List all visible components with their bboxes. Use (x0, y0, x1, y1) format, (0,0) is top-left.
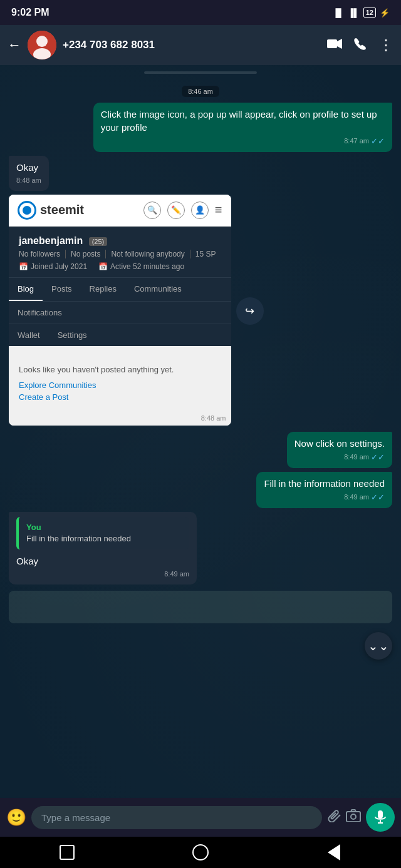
chat-body: 8:46 am Click the image icon, a pop up w… (0, 65, 401, 798)
input-bar: 🙂 (0, 798, 401, 837)
message-row: Okay 8:48 am (9, 156, 392, 190)
steemit-content-area: Looks like you haven't posted anything y… (9, 346, 231, 412)
quoted-author: You (26, 522, 182, 533)
header-actions: ⋮ (327, 36, 393, 54)
steemit-card-row: steemit 🔍 ✏️ 👤 ≡ janebenjamin (25) (9, 195, 392, 428)
following-stat: Not following anybody (111, 250, 190, 258)
message-text: Okay (16, 162, 38, 173)
attach-button[interactable] (327, 809, 341, 826)
emoji-button[interactable]: 🙂 (6, 808, 26, 827)
message-time: 8:48 am (16, 176, 41, 185)
status-icons: ▐▌ ▐▌ 12 ⚡ (333, 8, 390, 18)
message-bubble-quoted: You Fill in the information needed Okay … (9, 512, 197, 585)
steemit-wallet-nav: Wallet Settings (9, 324, 231, 346)
steemit-logo: steemit (18, 201, 138, 220)
steemit-logo-icon (18, 201, 36, 220)
svg-rect-7 (378, 810, 383, 819)
svg-rect-5 (346, 812, 360, 822)
active-time: 📅 Active 52 minutes ago (98, 262, 184, 271)
explore-communities-link[interactable]: Explore Communities (19, 380, 221, 390)
contact-avatar[interactable] (28, 31, 56, 59)
chat-header: ← +234 703 682 8031 ⋮ (0, 25, 401, 65)
message-row: Now click on settings. 8:49 am ✓✓ (9, 432, 392, 468)
profile-dates: 📅 Joined July 2021 📅 Active 52 minutes a… (19, 262, 221, 271)
wifi-icon: ▐▌ (348, 8, 359, 18)
message-time: 8:49 am (344, 452, 369, 462)
svg-marker-4 (337, 39, 342, 49)
profile-name-row: janebenjamin (25) (19, 235, 221, 247)
message-time: 8:49 am (344, 493, 369, 502)
nav-notifications[interactable]: Notifications (9, 302, 71, 324)
nav-wallet[interactable]: Wallet (9, 324, 49, 346)
message-bubble: Okay 8:48 am (9, 156, 49, 190)
battery-indicator: 12 (363, 8, 376, 18)
create-post-link[interactable]: Create a Post (19, 392, 221, 402)
camera-button[interactable] (346, 809, 361, 825)
read-receipt: ✓✓ (371, 136, 385, 147)
nav-recents-button[interactable] (56, 841, 78, 864)
signal-icon: ▐▌ (333, 8, 344, 18)
steemit-secondary-nav: Notifications (9, 301, 231, 324)
message-row-quoted: You Fill in the information needed Okay … (9, 512, 392, 585)
steemit-menu-icon[interactable]: ≡ (215, 203, 222, 217)
video-call-button[interactable] (327, 38, 342, 53)
steemit-tab-nav: Blog Posts Replies Communities (9, 277, 231, 301)
profile-username: janebenjamin (19, 235, 83, 246)
steemit-links: Explore Communities Create a Post (19, 380, 221, 402)
status-time: 9:02 PM (11, 7, 49, 18)
back-button[interactable]: ← (8, 37, 21, 53)
no-posts-text: Looks like you haven't posted anything y… (19, 365, 174, 374)
more-options-button[interactable]: ⋮ (378, 36, 393, 54)
steemit-card: steemit 🔍 ✏️ 👤 ≡ janebenjamin (25) (9, 195, 231, 426)
charging-icon: ⚡ (380, 8, 390, 18)
steemit-nav-icons: 🔍 ✏️ 👤 ≡ (143, 202, 222, 219)
tab-replies[interactable]: Replies (81, 278, 125, 301)
status-bar: 9:02 PM ▐▌ ▐▌ 12 ⚡ (0, 0, 401, 25)
message-time: 8:47 am (344, 136, 369, 146)
steemit-search-icon[interactable]: 🔍 (143, 202, 161, 219)
image-preview-strip (9, 591, 392, 623)
steemit-brand-name: steemit (40, 203, 84, 217)
steemit-profile-icon[interactable]: 👤 (191, 202, 209, 219)
message-bubble: Now click on settings. 8:49 am ✓✓ (287, 432, 392, 468)
message-bubble: Fill in the information needed 8:49 am ✓… (256, 472, 392, 508)
scroll-down-button[interactable]: ⌄⌄ (365, 632, 392, 660)
message-row: Fill in the information needed 8:49 am ✓… (9, 472, 392, 508)
nav-settings[interactable]: Settings (49, 324, 96, 346)
sp-stat: 15 SP (195, 250, 221, 258)
profile-badge: (25) (89, 237, 108, 246)
voice-call-button[interactable] (353, 37, 367, 54)
share-button[interactable]: ↪ (236, 297, 264, 325)
read-receipt: ✓✓ (371, 452, 385, 463)
message-text: Fill in the information needed (264, 478, 385, 489)
nav-back-button[interactable] (323, 841, 345, 864)
tab-blog[interactable]: Blog (9, 278, 43, 301)
joined-date: 📅 Joined July 2021 (19, 262, 87, 271)
profile-stats: No followers No posts Not following anyb… (19, 250, 221, 258)
message-row: Click the image icon, a pop up will appe… (9, 103, 392, 152)
contact-name: +234 703 682 8031 (63, 39, 321, 51)
quoted-message: You Fill in the information needed (16, 517, 189, 549)
bottom-nav (0, 837, 401, 868)
posts-stat: No posts (71, 250, 106, 258)
followers-stat: No followers (19, 250, 66, 258)
message-input[interactable] (31, 806, 322, 829)
steemit-profile-section: janebenjamin (25) No followers No posts … (9, 227, 231, 277)
tab-posts[interactable]: Posts (43, 278, 81, 301)
nav-home-button[interactable] (189, 841, 212, 864)
mic-button[interactable] (366, 803, 395, 832)
card-time-row: 8:48 am (9, 412, 231, 426)
message-text: Okay (16, 556, 38, 566)
message-text: Now click on settings. (294, 438, 385, 449)
steemit-topbar: steemit 🔍 ✏️ 👤 ≡ (9, 195, 231, 227)
svg-point-6 (351, 814, 356, 819)
message-text: Click the image icon, a pop up will appe… (101, 109, 377, 133)
quoted-text: Fill in the information needed (26, 533, 182, 544)
avatar-image (28, 31, 56, 59)
steemit-edit-icon[interactable]: ✏️ (167, 202, 185, 219)
svg-rect-3 (327, 39, 337, 48)
card-time: 8:48 am (201, 414, 226, 422)
tab-communities[interactable]: Communities (125, 278, 190, 301)
message-bubble: Click the image icon, a pop up will appe… (93, 103, 392, 152)
message-time: 8:49 am (164, 569, 189, 579)
